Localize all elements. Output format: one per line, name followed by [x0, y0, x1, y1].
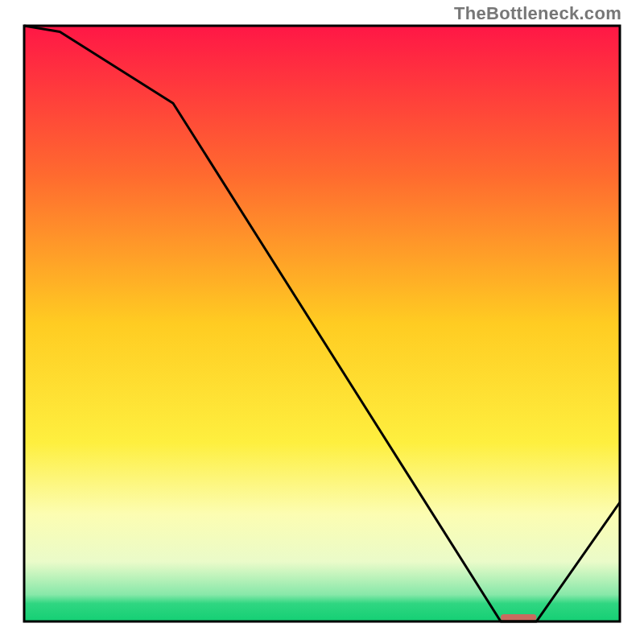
chart-plot-area [24, 26, 620, 621]
chart-minimum-marker [501, 614, 536, 621]
bottleneck-chart [0, 0, 644, 644]
